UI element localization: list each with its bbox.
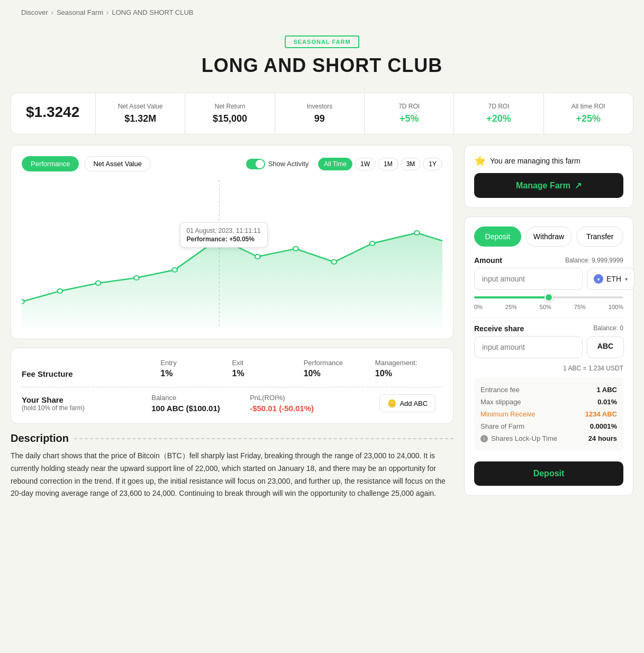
svg-point-2: [57, 289, 62, 293]
stat-net-return: Net Return $15,000: [185, 93, 275, 134]
chart-area: 01 August, 2023, 11:11:11 Performance: +…: [22, 180, 442, 328]
slider-track: [474, 296, 623, 298]
right-column: ⭐ You are managing this farm Manage Farm…: [464, 145, 633, 511]
fee-grid: Fee Structure Entry 1% Exit 1% Performan…: [22, 359, 442, 378]
amount-input[interactable]: [474, 268, 583, 290]
share-farm-row: Share of Farm 0.0001%: [480, 420, 617, 432]
description-section: Description The daily chart shows that t…: [11, 432, 453, 511]
svg-point-8: [293, 247, 298, 251]
amount-row: Amount Balance: 9,999,9999: [474, 256, 623, 265]
your-share-info: Your Share (hold 10% of the farm): [22, 395, 147, 412]
tab-performance[interactable]: Performance: [22, 156, 79, 171]
fee-panel: Fee Structure Entry 1% Exit 1% Performan…: [11, 348, 453, 424]
entrance-fee-row: Entrance fee 1 ABC: [480, 384, 617, 396]
coin-icon: 🪙: [387, 399, 396, 407]
deposit-submit-button[interactable]: Deposit: [474, 461, 623, 486]
star-icon: ⭐: [474, 155, 486, 167]
main-layout: Performance Net Asset Value Show Activit…: [0, 145, 644, 521]
svg-point-7: [255, 255, 260, 259]
breadcrumb-discover[interactable]: Discover: [21, 8, 48, 16]
chart-tooltip: 01 August, 2023, 11:11:11 Performance: +…: [180, 222, 268, 248]
max-slippage-row: Max slippage 0.01%: [480, 396, 617, 408]
manage-farm-button[interactable]: Manage Farm ↗: [474, 173, 623, 198]
fee-management: Management: 10%: [375, 359, 442, 378]
chart-panel: Performance Net Asset Value Show Activit…: [11, 145, 453, 339]
currency-selector[interactable]: ♦ ETH ▾: [587, 268, 634, 290]
manage-panel: ⭐ You are managing this farm Manage Farm…: [464, 145, 633, 208]
stat-all-time-roi: All time ROI +25%: [544, 93, 633, 134]
farm-badge: SEASONAL FARM: [285, 35, 359, 48]
currency-label: ETH: [606, 275, 621, 283]
slider-labels: 0% 25% 50% 75% 100%: [474, 303, 623, 311]
lock-time-row: i Shares Lock-Up Time 24 hours: [480, 432, 617, 445]
receive-input[interactable]: [474, 336, 583, 358]
svg-point-5: [172, 268, 177, 272]
svg-point-4: [134, 276, 139, 280]
receive-input-row: ABC: [474, 336, 623, 358]
min-receive-row: Minimum Receive 1234 ABC: [480, 408, 617, 420]
time-filter-3m[interactable]: 3M: [401, 158, 421, 170]
info-icon: i: [480, 435, 488, 442]
show-activity-label: Show Activity: [268, 160, 309, 168]
slider-label-0: 0%: [474, 304, 483, 310]
receive-label: Receive share: [474, 324, 524, 333]
breadcrumb-current: LONG AND SHORT CLUB: [112, 8, 193, 16]
slider-label-50: 50%: [540, 304, 551, 310]
deposit-tabs: Deposit Withdraw Transfer: [474, 226, 623, 247]
svg-point-9: [331, 260, 337, 264]
breadcrumb: Discover › Seasonal Farm › LONG AND SHOR…: [0, 0, 644, 25]
amount-input-row: ♦ ETH ▾: [474, 268, 623, 290]
price-value: $1.3242: [26, 104, 80, 121]
time-filter-1m[interactable]: 1M: [378, 158, 398, 170]
fee-entry: Entry 1%: [160, 359, 228, 378]
time-filter-all[interactable]: All Time: [318, 158, 352, 170]
chevron-down-icon: ▾: [625, 276, 628, 282]
slider-fill: [474, 296, 549, 298]
deposit-panel: Deposit Withdraw Transfer Amount Balance…: [464, 216, 633, 496]
stat-investors: Investors 99: [275, 93, 365, 134]
svg-point-11: [414, 231, 420, 235]
add-abc-container: 🪙 Add ABC: [379, 394, 442, 412]
fee-exit: Exit 1%: [232, 359, 299, 378]
stat-7d-roi-2: 7D ROI +20%: [454, 93, 543, 134]
managing-text: You are managing this farm: [490, 157, 580, 165]
activity-toggle[interactable]: [246, 159, 265, 169]
stat-price: $1.3242: [11, 93, 96, 134]
receive-balance: Balance: 0: [593, 324, 623, 333]
slider-thumb[interactable]: [545, 293, 553, 302]
abc-currency: ABC: [587, 336, 624, 358]
tooltip-performance: Performance: +50.05%: [187, 235, 261, 243]
slider-label-100: 100%: [609, 304, 623, 310]
svg-point-10: [370, 241, 375, 246]
fee-info-box: Entrance fee 1 ABC Max slippage 0.01% Mi…: [474, 377, 623, 451]
stat-7d-roi-1: 7D ROI +5%: [365, 93, 454, 134]
left-column: Performance Net Asset Value Show Activit…: [11, 145, 453, 511]
chart-tabs: Performance Net Asset Value Show Activit…: [22, 156, 442, 171]
manage-header: ⭐ You are managing this farm: [474, 155, 623, 167]
receive-label-row: Receive share Balance: 0: [474, 324, 623, 333]
stats-bar: $1.3242 Net Asset Value $1.32M Net Retur…: [11, 93, 633, 134]
description-text: The daily chart shows that the price of …: [11, 450, 453, 500]
breadcrumb-seasonal-farm[interactable]: Seasonal Farm: [57, 8, 103, 16]
time-filter-1w[interactable]: 1W: [355, 158, 376, 170]
slider-label-75: 75%: [574, 304, 586, 310]
fee-performance: Performance 10%: [304, 359, 371, 378]
toggle-thumb: [256, 160, 264, 168]
tab-withdraw[interactable]: Withdraw: [525, 226, 573, 247]
time-filter-1y[interactable]: 1Y: [423, 158, 442, 170]
show-activity-toggle: Show Activity: [246, 159, 309, 169]
svg-point-3: [96, 281, 101, 285]
tab-net-asset-value[interactable]: Net Asset Value: [84, 156, 151, 171]
chart-svg: [22, 180, 442, 328]
tab-deposit[interactable]: Deposit: [474, 226, 521, 247]
stat-nav: Net Asset Value $1.32M: [96, 93, 185, 134]
time-filters: All Time 1W 1M 3M 1Y: [318, 158, 442, 170]
description-title: Description: [11, 432, 453, 445]
tab-transfer[interactable]: Transfer: [576, 226, 623, 247]
rate-text: 1 ABC = 1.234 USDT: [474, 365, 623, 372]
add-abc-button[interactable]: 🪙 Add ABC: [379, 394, 436, 412]
page-title: LONG AND SHORT CLUB: [21, 55, 623, 77]
fee-divider: [22, 387, 442, 387]
your-share-pnl: PnL(ROI%) -$50.01 (-50.01%): [250, 394, 375, 413]
balance-info: Balance: 9,999,9999: [565, 257, 623, 264]
